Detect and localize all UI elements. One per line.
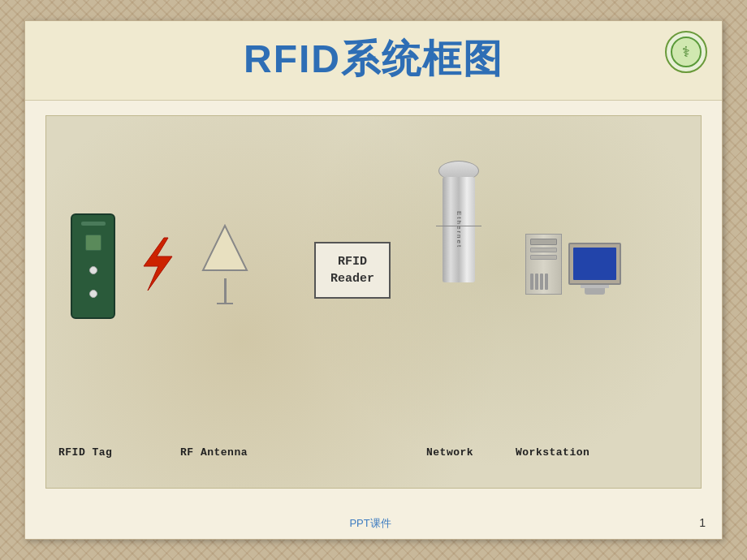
pc-vent-1 (530, 274, 533, 290)
pc-unit (525, 234, 621, 295)
pc-vent-2 (535, 274, 538, 290)
page-number: 1 (699, 516, 706, 531)
pc-vent-3 (540, 274, 543, 290)
pc-drive-2 (530, 248, 557, 252)
svg-text:⚕: ⚕ (682, 44, 690, 60)
pc-vent-4 (545, 274, 548, 290)
monitor-screen-outer (568, 243, 621, 285)
svg-marker-8 (203, 226, 247, 270)
monitor-screen-inner (573, 248, 616, 280)
ethernet-label: Ethernet (456, 211, 463, 248)
logo-badge: ⚕ (665, 31, 707, 73)
logo-icon: ⚕ (670, 36, 702, 68)
rfid-reader: RFID Reader (314, 242, 391, 299)
rfid-tag-label: RFID Tag (58, 446, 112, 459)
antenna-component (196, 222, 253, 304)
pc-tower (525, 234, 562, 295)
network-component: Ethernet (443, 161, 475, 291)
rf-signal (127, 234, 184, 298)
cylinder-line (436, 226, 481, 226)
rfid-reader-box: RFID Reader (298, 242, 407, 299)
pc-drive-1 (530, 239, 557, 245)
lightning-icon (127, 234, 184, 295)
diagram-area: RFID Reader Ethernet (45, 115, 702, 489)
pc-drive-3 (530, 255, 557, 260)
pc-monitor (568, 243, 621, 295)
svg-marker-7 (144, 238, 172, 291)
network-cylinder: Ethernet (443, 161, 475, 291)
rfid-tag-stripe (81, 222, 106, 226)
ppt-label: PPT课件 (349, 516, 391, 531)
slide-container: RFID系统框图 ⚕ (24, 20, 723, 540)
workstation-label: Workstation (516, 446, 589, 459)
antenna-stem (224, 278, 227, 303)
antenna-icon (196, 222, 253, 278)
rf-antenna-label: RF Antenna (180, 446, 248, 459)
rfid-tag-dot-1 (89, 266, 97, 274)
cylinder-body: Ethernet (443, 177, 475, 282)
slide-title: RFID系统框图 (244, 33, 503, 85)
network-label: Network (426, 446, 473, 459)
monitor-base (585, 288, 605, 295)
footer: PPT课件 1 (25, 516, 722, 531)
pc-vents (530, 274, 557, 290)
rfid-tag-chip (85, 235, 101, 251)
antenna-base (217, 303, 233, 304)
rfid-tag-dot-2 (89, 290, 97, 298)
title-area: RFID系统框图 ⚕ (25, 21, 722, 101)
rfid-reader-label-2: Reader (330, 270, 374, 287)
rfid-reader-label-1: RFID (330, 253, 374, 270)
workstation-component (525, 234, 621, 295)
rfid-tag-card (71, 213, 115, 319)
